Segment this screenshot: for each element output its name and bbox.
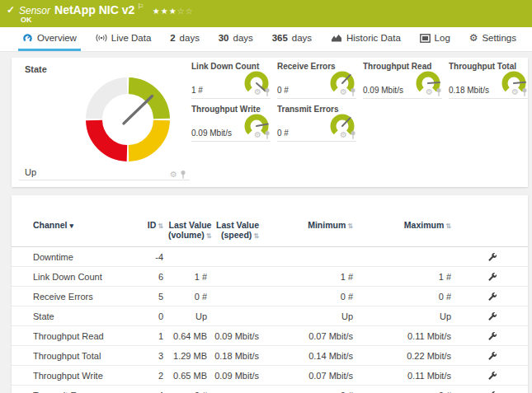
cell-minimum: 0.07 Mbit/s: [261, 326, 353, 346]
cell-minimum: 0.14 Mbit/s: [261, 346, 353, 366]
cell-id: 3: [140, 346, 168, 366]
cell-last-value-speed: 0.09 Mbit/s: [207, 366, 261, 386]
cell-last-value-volume: Up: [168, 306, 207, 326]
cell-maximum: 1 #: [353, 267, 451, 287]
cell-last-value-speed: [207, 386, 261, 393]
table-row[interactable]: Downtime -4: [12, 247, 528, 267]
divider: [19, 180, 190, 180]
tab-365-days[interactable]: 365 days: [268, 27, 316, 51]
wrench-icon[interactable]: [487, 292, 497, 302]
mini-gauge-panel[interactable]: Throughput Read 0.09 Mbit/s ⚙: [363, 61, 442, 99]
tab-historic-data[interactable]: Historic Data: [327, 27, 405, 51]
stars-empty[interactable]: ☆☆: [177, 7, 194, 16]
state-gauge-panel[interactable]: State Up ⚙: [19, 58, 190, 187]
wrench-icon[interactable]: [487, 371, 497, 381]
pin-icon[interactable]: [350, 87, 356, 97]
cell-last-value-volume: [168, 247, 207, 267]
state-gauge-value: Up: [25, 167, 36, 177]
overview-card: State Up ⚙ Link Down Count 1 # ⚙: [12, 58, 528, 187]
tab-settings[interactable]: ⚙ Settings: [465, 27, 520, 51]
stars-filled[interactable]: ★★★: [153, 7, 177, 16]
mini-gauge-panel[interactable]: Transmit Errors 0 # ⚙: [277, 104, 356, 142]
pin-icon[interactable]: [435, 87, 442, 97]
gear-icon[interactable]: ⚙: [340, 88, 347, 96]
table-row[interactable]: State 0 Up Up Up: [12, 306, 528, 326]
cell-last-value-speed: 0.09 Mbit/s: [207, 326, 261, 346]
channel-gauge-value: 0.09 Mbit/s: [191, 129, 232, 138]
cell-id: -4: [140, 247, 168, 267]
gear-icon[interactable]: ⚙: [254, 88, 261, 96]
pin-icon[interactable]: [180, 170, 186, 180]
panel-action-icons: ⚙: [340, 130, 356, 140]
cell-maximum: 0 #: [353, 287, 451, 306]
cell-channel: Transmit Errors: [12, 386, 140, 393]
column-header-id[interactable]: ID⇅: [140, 195, 168, 247]
gear-icon: ⚙: [469, 33, 478, 43]
wrench-icon[interactable]: [487, 351, 497, 361]
tab-log[interactable]: Log: [416, 27, 454, 51]
wrench-icon[interactable]: [487, 311, 497, 321]
gear-icon[interactable]: ⚙: [254, 131, 261, 139]
gear-icon[interactable]: ⚙: [340, 131, 347, 139]
state-gauge-title: State: [25, 64, 47, 74]
mini-needle: [428, 82, 440, 83]
wrench-icon[interactable]: [487, 331, 497, 341]
wrench-icon[interactable]: [487, 252, 497, 262]
gear-icon[interactable]: ⚙: [170, 171, 177, 179]
tab-2-days[interactable]: 2 days: [166, 27, 204, 51]
tab-live-data[interactable]: Live Data: [92, 27, 156, 51]
mini-gauge-panel[interactable]: Throughput Total 0.18 Mbit/s ⚙: [449, 61, 528, 99]
wrench-icon[interactable]: [487, 272, 497, 282]
divider: [277, 98, 356, 99]
table-row[interactable]: Throughput Read 1 0.64 MB 0.09 Mbit/s 0.…: [12, 326, 528, 346]
divider: [449, 98, 528, 99]
tab-number: 2: [170, 33, 175, 43]
cell-maximum: 0 #: [353, 386, 451, 393]
column-header-last-value-volume[interactable]: Last Value (volume)⇅: [168, 195, 207, 247]
sensor-status-badge: OK: [21, 16, 32, 24]
tab-overview[interactable]: Overview: [18, 27, 81, 51]
mini-gauge-grid: Link Down Count 1 # ⚙ Receive Errors 0 #…: [191, 61, 528, 142]
table-header-row: Channel▾ ID⇅ Last Value (volume)⇅ Last V…: [12, 195, 528, 247]
column-header-last-value-speed[interactable]: Last Value (speed)⇅: [207, 195, 261, 247]
pin-icon[interactable]: [350, 130, 356, 140]
panel-action-icons: ⚙: [426, 87, 442, 97]
column-header-maximum[interactable]: Maximum⇅: [353, 195, 451, 247]
table-row[interactable]: Link Down Count 6 1 # 1 # 1 #: [12, 267, 528, 287]
tab-label: days: [233, 33, 253, 43]
flag-icon[interactable]: ⚐: [137, 2, 144, 11]
column-header-minimum[interactable]: Minimum⇅: [261, 195, 353, 247]
broadcast-icon: [96, 33, 107, 43]
mini-gauge-panel[interactable]: Link Down Count 1 # ⚙: [191, 61, 271, 99]
mini-gauge-panel[interactable]: Throughput Write 0.09 Mbit/s ⚙: [191, 104, 271, 142]
status-ok-icon: ✓: [7, 4, 15, 16]
table-row[interactable]: Throughput Total 3 1.29 MB 0.18 Mbit/s 0…: [12, 346, 528, 366]
cell-last-value-volume: 0.64 MB: [168, 326, 207, 346]
cell-last-value-volume: 0.65 MB: [168, 366, 207, 386]
mini-gauge-panel[interactable]: Receive Errors 0 # ⚙: [277, 61, 356, 99]
gear-icon[interactable]: ⚙: [426, 88, 433, 96]
channel-table-body: Downtime -4 Link Down Count 6 1 # 1 # 1 …: [12, 247, 528, 393]
panel-action-icons: ⚙: [254, 130, 271, 140]
pin-icon[interactable]: [264, 87, 271, 97]
cell-minimum: 0.07 Mbit/s: [261, 366, 353, 386]
pin-icon[interactable]: [264, 130, 271, 140]
gauge-icon: [22, 33, 33, 44]
cell-channel: Receive Errors: [12, 287, 140, 306]
tab-30-days[interactable]: 30 days: [214, 27, 257, 51]
cell-last-value-volume: 0 #: [168, 287, 207, 306]
sort-icon: ⇅: [347, 222, 353, 230]
pin-icon[interactable]: [521, 87, 528, 97]
channel-gauge-value: 0 #: [277, 86, 289, 95]
panel-action-icons: ⚙: [340, 87, 356, 97]
cell-last-value-speed: [207, 287, 261, 306]
table-row[interactable]: Throughput Write 2 0.65 MB 0.09 Mbit/s 0…: [12, 366, 528, 386]
gear-icon[interactable]: ⚙: [511, 88, 519, 96]
log-icon: [420, 34, 431, 43]
column-header-tools: [451, 195, 528, 247]
column-header-channel[interactable]: Channel▾: [12, 195, 140, 247]
priority-stars[interactable]: ★★★☆☆: [153, 7, 194, 16]
state-gauge: [82, 74, 173, 165]
table-row[interactable]: Transmit Errors 4 0 # 0 # 0 #: [12, 386, 528, 393]
table-row[interactable]: Receive Errors 5 0 # 0 # 0 #: [12, 287, 528, 306]
